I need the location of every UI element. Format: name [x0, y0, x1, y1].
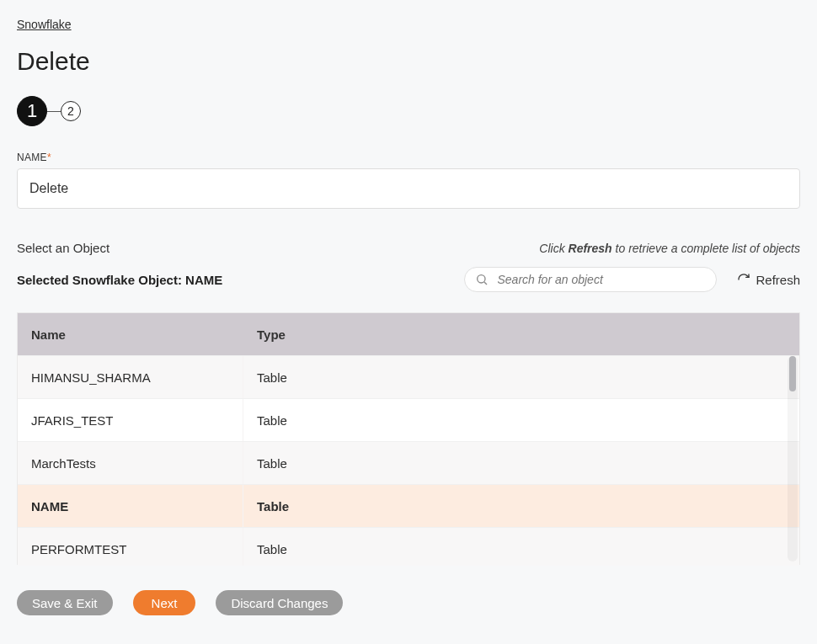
refresh-hint-post: to retrieve a complete list of objects — [612, 242, 800, 255]
cell-name: PERFORMTEST — [18, 528, 243, 566]
next-button[interactable]: Next — [133, 590, 196, 615]
cell-type: Table — [243, 499, 799, 514]
cell-name: NAME — [18, 485, 243, 527]
cell-type: Table — [243, 370, 799, 385]
refresh-icon — [737, 273, 750, 286]
refresh-button[interactable]: Refresh — [737, 273, 800, 287]
save-exit-button[interactable]: Save & Exit — [17, 590, 113, 615]
breadcrumb[interactable]: Snowflake — [17, 18, 72, 31]
select-object-label: Select an Object — [17, 241, 109, 255]
step-2[interactable]: 2 — [61, 101, 81, 121]
column-header-name[interactable]: Name — [18, 327, 243, 342]
table-row[interactable]: NAMETable — [18, 484, 799, 527]
selected-label-prefix: Selected Snowflake Object: — [17, 273, 185, 287]
search-icon — [475, 273, 489, 286]
required-asterisk: * — [47, 152, 51, 163]
refresh-hint: Click Refresh to retrieve a complete lis… — [539, 242, 800, 255]
object-table: Name Type HIMANSU_SHARMATableJFARIS_TEST… — [17, 312, 800, 565]
stepper: 1 2 — [17, 96, 800, 126]
refresh-hint-pre: Click — [539, 242, 568, 255]
discard-button[interactable]: Discard Changes — [216, 590, 343, 615]
refresh-hint-bold: Refresh — [569, 242, 612, 255]
table-row[interactable]: MarchTestsTable — [18, 441, 799, 484]
table-header: Name Type — [18, 313, 799, 355]
table-body: HIMANSU_SHARMATableJFARIS_TESTTableMarch… — [18, 355, 799, 566]
svg-line-1 — [484, 282, 487, 285]
step-connector — [47, 111, 61, 112]
page-title: Delete — [17, 47, 800, 76]
footer-buttons: Save & Exit Next Discard Changes — [17, 590, 800, 615]
name-input[interactable] — [17, 168, 800, 209]
table-row[interactable]: JFARIS_TESTTable — [18, 398, 799, 441]
name-label-text: NAME — [17, 152, 47, 163]
refresh-label: Refresh — [756, 273, 800, 287]
cell-name: JFARIS_TEST — [18, 399, 243, 441]
cell-type: Table — [243, 456, 799, 471]
selected-object-label: Selected Snowflake Object: NAME — [17, 273, 222, 287]
cell-name: MarchTests — [18, 442, 243, 484]
scrollbar-thumb[interactable] — [789, 356, 796, 391]
table-row[interactable]: HIMANSU_SHARMATable — [18, 355, 799, 398]
cell-type: Table — [243, 413, 799, 428]
name-field-label: NAME* — [17, 152, 800, 163]
cell-name: HIMANSU_SHARMA — [18, 356, 243, 398]
selected-object-value: NAME — [185, 273, 222, 287]
cell-type: Table — [243, 542, 799, 556]
table-row[interactable]: PERFORMTESTTable — [18, 527, 799, 566]
search-input[interactable] — [497, 273, 706, 286]
column-header-type[interactable]: Type — [243, 327, 799, 342]
search-box[interactable] — [464, 267, 717, 292]
step-1[interactable]: 1 — [17, 96, 47, 126]
svg-point-0 — [478, 275, 485, 283]
